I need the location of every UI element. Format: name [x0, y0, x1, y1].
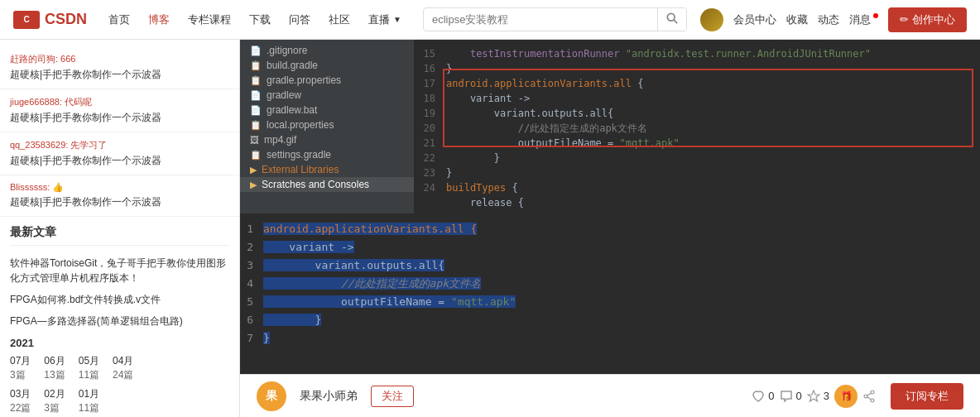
- svg-point-0: [667, 13, 675, 21]
- gradle-icon-2: 📋: [250, 75, 262, 86]
- activity-link[interactable]: 动态: [818, 12, 839, 27]
- code-block: 1234567 android.applicationVariants.all …: [240, 213, 980, 374]
- comment-article-1[interactable]: 超硬核|手把手教你制作一个示波器: [10, 67, 229, 82]
- file-item-local-properties[interactable]: 📋 local.properties: [240, 117, 414, 132]
- create-button[interactable]: ✏ 创作中心: [888, 7, 967, 32]
- gradle-icon-3: 📋: [250, 120, 262, 131]
- file-item-build-gradle[interactable]: 📋 build.gradle: [240, 58, 414, 73]
- comment-article-4[interactable]: 超硬核|手把手教你制作一个示波器: [10, 194, 229, 209]
- nav-blog[interactable]: 博客: [140, 7, 178, 32]
- bottom-code-section: 1234567 android.applicationVariants.all …: [240, 213, 980, 374]
- folder-icon: ▶: [250, 165, 257, 175]
- file-item-gif[interactable]: 🖼 mp4.gif: [240, 132, 414, 147]
- article-link-3[interactable]: FPGA—多路选择器(简单逻辑组合电路): [10, 314, 229, 328]
- file-icon-2: 📄: [250, 90, 262, 101]
- star-action[interactable]: 3: [807, 390, 829, 403]
- comment-user-3: qq_23583629: 先学习了: [10, 139, 229, 151]
- nav-live[interactable]: 直播 ▼: [360, 7, 410, 32]
- comment-article-3[interactable]: 超硬核|手把手教你制作一个示波器: [10, 153, 229, 168]
- comment-action[interactable]: 0: [780, 390, 802, 403]
- article-link-2[interactable]: FPGA如何将.bdf文件转换成.v文件: [10, 292, 229, 307]
- reward-icon[interactable]: 🎁: [834, 385, 858, 408]
- month-01[interactable]: 01月 11篇: [79, 387, 99, 415]
- bat-icon: 📄: [250, 105, 262, 116]
- logo-icon: C: [13, 11, 40, 29]
- search-input[interactable]: [424, 9, 657, 30]
- year-label: 2021: [10, 337, 229, 349]
- month-05[interactable]: 05月 11篇: [79, 354, 99, 382]
- file-item-external-libraries[interactable]: ▶ External Libraries: [240, 162, 414, 177]
- author-name: 果果小师弟: [300, 389, 358, 404]
- search-button[interactable]: [657, 8, 686, 31]
- month-07[interactable]: 07月 3篇: [10, 354, 31, 382]
- header-right: 会员中心 收藏 动态 消息 ✏ 创作中心: [700, 7, 967, 32]
- comment-user-1: 赶路的司狗: 666: [10, 53, 229, 65]
- comment-item-4: Blissssss: 👍 超硬核|手把手教你制作一个示波器: [0, 175, 239, 217]
- subscribe-button[interactable]: 订阅专栏: [891, 383, 963, 410]
- file-item-gradlew-bat[interactable]: 📄 gradlew.bat: [240, 103, 414, 117]
- month-06[interactable]: 06月 13篇: [44, 354, 65, 382]
- search-bar: [423, 7, 687, 31]
- gradle-icon-4: 📋: [250, 150, 262, 161]
- author-bar: 果 果果小师弟 关注 0 0 3 🎁: [240, 374, 980, 417]
- author-avatar: 果: [257, 381, 286, 411]
- share-action[interactable]: [862, 390, 876, 403]
- like-action[interactable]: 0: [752, 390, 774, 403]
- follow-button[interactable]: 关注: [371, 386, 414, 407]
- month-03[interactable]: 03月 22篇: [10, 387, 31, 415]
- file-item-gitignore[interactable]: 📄 .gitignore: [240, 43, 414, 58]
- notification-dot: [873, 13, 878, 18]
- nav-community[interactable]: 社区: [320, 7, 358, 32]
- nav-course[interactable]: 专栏课程: [180, 7, 239, 32]
- messages-link[interactable]: 消息: [849, 12, 879, 27]
- svg-line-5: [867, 393, 871, 395]
- comment-item-1: 赶路的司狗: 666 超硬核|手把手教你制作一个示波器: [0, 46, 239, 89]
- month-row-1: 07月 3篇 06月 13篇 05月 11篇 04月 24篇: [10, 354, 229, 382]
- section-title: 最新文章: [10, 225, 229, 246]
- member-center-link[interactable]: 会员中心: [733, 12, 776, 27]
- star-count: 3: [824, 390, 829, 402]
- action-group: 0 0 3 🎁 订阅专栏: [752, 383, 963, 410]
- comment-article-2[interactable]: 超硬核|手把手教你制作一个示波器: [10, 110, 229, 125]
- article-link-1[interactable]: 软件神器TortoiseGit，兔子哥手把手教你使用图形化方式管理单片机程序版本…: [10, 256, 229, 285]
- file-tree: 📄 .gitignore 📋 build.gradle 📋 gradle.pro…: [240, 40, 414, 213]
- file-icon: 📄: [250, 46, 262, 56]
- logo-text: CSDN: [45, 11, 87, 28]
- header: C CSDN 首页 博客 专栏课程 下载 问答 社区 直播 ▼ 会员中心 收藏 …: [0, 0, 980, 40]
- like-count: 0: [768, 390, 774, 402]
- code-editor-top: 15161718192021222324 testInstrumentation…: [414, 40, 980, 213]
- comment-user-4: Blissssss: 👍: [10, 182, 229, 193]
- file-item-gradle-properties[interactable]: 📋 gradle.properties: [240, 73, 414, 88]
- svg-point-3: [864, 395, 867, 398]
- nav-home[interactable]: 首页: [100, 7, 138, 32]
- sidebar: 赶路的司狗: 666 超硬核|手把手教你制作一个示波器 jiuge666888:…: [0, 40, 240, 417]
- file-item-scratches[interactable]: ▶ Scratches and Consoles: [240, 177, 414, 192]
- content-area: 📄 .gitignore 📋 build.gradle 📋 gradle.pro…: [240, 40, 980, 417]
- gif-icon: 🖼: [250, 135, 259, 145]
- list-item: 软件神器TortoiseGit，兔子哥手把手教你使用图形化方式管理单片机程序版本…: [10, 252, 229, 289]
- scratches-icon: ▶: [250, 180, 257, 190]
- nav-download[interactable]: 下载: [241, 7, 279, 32]
- nav-bar: 首页 博客 专栏课程 下载 问答 社区 直播 ▼: [100, 7, 410, 32]
- month-02[interactable]: 02月 3篇: [44, 387, 65, 415]
- file-item-settings-gradle[interactable]: 📋 settings.gradle: [240, 147, 414, 162]
- code-content-top: testInstrumentationRunner "androidx.test…: [443, 40, 980, 213]
- latest-articles-section: 最新文章 软件神器TortoiseGit，兔子哥手把手教你使用图形化方式管理单片…: [0, 217, 239, 417]
- list-item: FPGA—多路选择器(简单逻辑组合电路): [10, 310, 229, 332]
- avatar[interactable]: [700, 8, 723, 31]
- line-numbers-top: 15161718192021222324: [414, 40, 439, 202]
- svg-line-6: [867, 397, 871, 400]
- logo[interactable]: C CSDN: [13, 11, 87, 29]
- top-code-section: 📄 .gitignore 📋 build.gradle 📋 gradle.pro…: [240, 40, 980, 213]
- favorites-link[interactable]: 收藏: [786, 12, 808, 27]
- comment-item-3: qq_23583629: 先学习了 超硬核|手把手教你制作一个示波器: [0, 132, 239, 175]
- comment-user-2: jiuge666888: 代码呢: [10, 96, 229, 108]
- comment-count: 0: [796, 390, 802, 402]
- month-04[interactable]: 04月 24篇: [113, 354, 133, 382]
- comment-item-2: jiuge666888: 代码呢 超硬核|手把手教你制作一个示波器: [0, 89, 239, 132]
- svg-point-4: [871, 399, 874, 402]
- file-item-gradlew[interactable]: 📄 gradlew: [240, 88, 414, 103]
- line-numbers-bottom: 1234567: [247, 220, 263, 367]
- nav-qa[interactable]: 问答: [281, 7, 319, 32]
- svg-point-2: [871, 391, 874, 394]
